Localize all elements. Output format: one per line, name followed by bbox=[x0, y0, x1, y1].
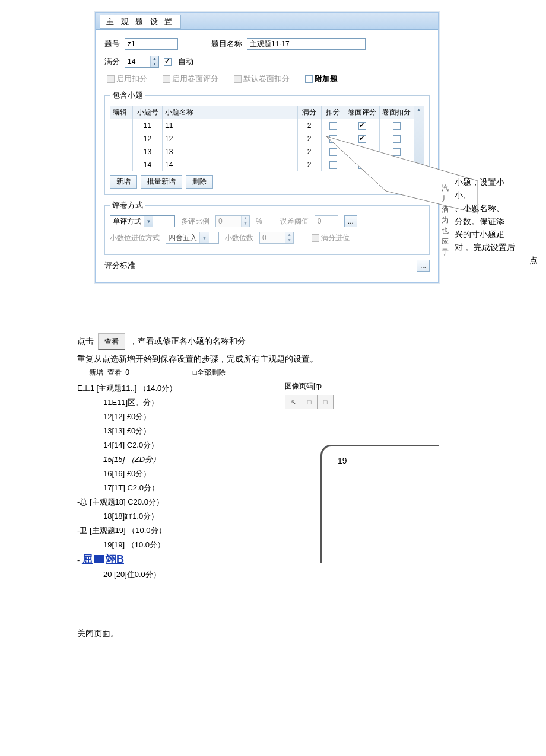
image-preview-pane: 图像页码[rp ↖ □ □ 19 bbox=[285, 381, 451, 563]
full-carry-checkbox bbox=[312, 234, 319, 242]
instruction-repeat: 重复从点选新增开始到保存设置的步骤，完成所有主观题的设置。 bbox=[77, 352, 475, 365]
delete-button[interactable]: 删除 bbox=[186, 175, 213, 189]
sub-questions-group: 包含小题 编辑 小题号 小题名称 满分 扣分 卷面评分 bbox=[104, 90, 430, 195]
subjective-dialog: 主 观 题 设 置 题号 题目名称 满分 ▲▼ bbox=[95, 12, 439, 283]
answer-region-box: 19 bbox=[320, 445, 439, 563]
mini-toolbar: 新增 查看 0 □全部删除 bbox=[89, 368, 475, 378]
preview-toolbar: ↖ □ □ bbox=[285, 395, 334, 409]
spin-up-icon[interactable]: ▲ bbox=[151, 56, 158, 62]
col-name: 小题名称 bbox=[163, 106, 298, 119]
row-checkbox[interactable] bbox=[358, 148, 366, 156]
col-edit: 编辑 bbox=[110, 106, 133, 119]
enable-paperscore-checkbox bbox=[163, 75, 170, 83]
fullscore-label: 满分 bbox=[104, 56, 120, 67]
col-paperscore: 卷面评分 bbox=[345, 106, 379, 119]
row-checkbox[interactable] bbox=[393, 135, 401, 143]
ratio-spinner: ▲▼ bbox=[215, 215, 250, 227]
row-checkbox[interactable] bbox=[358, 122, 366, 130]
score-std-label: 评分标准 bbox=[104, 260, 135, 271]
eval-mode-value: 单评方式 bbox=[113, 216, 141, 227]
row-checkbox[interactable] bbox=[358, 135, 366, 143]
dec-label: 小数位数 bbox=[225, 233, 253, 243]
row-checkbox[interactable] bbox=[329, 148, 337, 156]
score-std-button[interactable]: … bbox=[417, 260, 430, 272]
thresh-input bbox=[315, 215, 338, 227]
full-carry-label: 满分进位 bbox=[321, 234, 350, 242]
table-row[interactable]: 12122 bbox=[110, 132, 414, 145]
name-label: 题目名称 bbox=[211, 39, 242, 49]
row-checkbox[interactable] bbox=[358, 161, 366, 169]
id-label: 题号 bbox=[104, 39, 120, 49]
row-checkbox[interactable] bbox=[393, 161, 401, 169]
scroll-down-icon[interactable]: ▼ bbox=[416, 164, 421, 171]
col-full: 满分 bbox=[297, 106, 321, 119]
row-checkbox[interactable] bbox=[329, 135, 337, 143]
eval-mode-group: 评卷方式 单评方式 ▼ 多评比例 ▲▼ % 误差阈值 bbox=[104, 200, 430, 255]
ratio-input bbox=[216, 216, 241, 227]
round-label: 小数位进位方式 bbox=[110, 233, 160, 243]
ratio-label: 多评比例 bbox=[181, 216, 209, 227]
stray-chars: 汽丿酒 为也应 亍 bbox=[442, 183, 449, 257]
dialog-title: 主 观 题 设 置 bbox=[100, 15, 181, 29]
default-paperdeduct-label: 默认卷面扣分 bbox=[243, 74, 290, 83]
dec-input bbox=[260, 232, 285, 243]
table-scrollbar[interactable]: ▲ ▼ bbox=[414, 106, 424, 171]
default-paperdeduct-checkbox bbox=[234, 75, 242, 83]
row-checkbox[interactable] bbox=[329, 122, 337, 130]
auto-label: 自动 bbox=[178, 56, 193, 67]
enable-paperscore-label: 启用卷面评分 bbox=[172, 74, 218, 83]
instruction-click-view: 点击 查看 ，查看或修正各小题的名称和分 bbox=[77, 333, 475, 350]
page-code-label: 图像页码[rp bbox=[285, 381, 451, 391]
chevron-down-icon: ▼ bbox=[199, 232, 209, 243]
eval-mode-select[interactable]: 单评方式 ▼ bbox=[110, 215, 175, 227]
enable-deduct-checkbox bbox=[107, 75, 115, 83]
region-label-19: 19 bbox=[338, 456, 347, 465]
callout-text: 小题，设置小 小、 、小题名称、 分数。保证添 兴的寸小题疋 对 。完成设置后 … bbox=[455, 176, 538, 267]
id-input[interactable] bbox=[125, 38, 178, 50]
eval-mode-legend: 评卷方式 bbox=[110, 200, 145, 210]
row-checkbox[interactable] bbox=[393, 148, 401, 156]
col-deduct: 扣分 bbox=[321, 106, 345, 119]
table-row[interactable]: 13132 bbox=[110, 145, 414, 158]
sub-questions-legend: 包含小题 bbox=[110, 90, 145, 101]
thresh-more-button[interactable]: … bbox=[344, 215, 357, 227]
thresh-label: 误差阈值 bbox=[280, 216, 309, 227]
col-num: 小题号 bbox=[133, 106, 163, 119]
name-input[interactable] bbox=[247, 38, 366, 50]
close-instruction: 关闭页面。 bbox=[77, 627, 475, 640]
view-button[interactable]: 查看 bbox=[98, 333, 125, 350]
auto-checkbox[interactable] bbox=[164, 58, 172, 66]
chevron-down-icon: ▼ bbox=[144, 216, 153, 227]
fullscore-spinner[interactable]: ▲▼ bbox=[125, 56, 159, 68]
spin-down-icon[interactable]: ▼ bbox=[151, 62, 158, 67]
add-button[interactable]: 新增 bbox=[110, 175, 137, 189]
sub-questions-table: 编辑 小题号 小题名称 满分 扣分 卷面评分 卷面扣分 111121212213… bbox=[110, 106, 414, 171]
round-select: 四舍五入 ▼ bbox=[166, 232, 219, 244]
attach-label: 附加题 bbox=[315, 74, 338, 83]
dialog-titlebar: 主 观 题 设 置 bbox=[96, 13, 438, 30]
row-checkbox[interactable] bbox=[329, 161, 337, 169]
table-row[interactable]: 11112 bbox=[110, 119, 414, 132]
attach-checkbox[interactable] bbox=[305, 75, 313, 83]
blue-square-icon bbox=[94, 555, 104, 563]
enable-deduct-label: 启用扣分 bbox=[116, 74, 147, 83]
tree-item[interactable]: 20 [20]住0.0分） bbox=[103, 567, 475, 582]
tool-slot-2[interactable]: □ bbox=[301, 395, 318, 409]
round-value: 四舍五入 bbox=[169, 233, 197, 243]
dec-spinner: ▲▼ bbox=[259, 232, 294, 244]
row-checkbox[interactable] bbox=[393, 122, 401, 130]
batch-add-button[interactable]: 批量新增 bbox=[141, 175, 182, 189]
scroll-up-icon[interactable]: ▲ bbox=[416, 106, 421, 113]
table-row[interactable]: 14142 bbox=[110, 158, 414, 171]
fullscore-input[interactable] bbox=[125, 56, 150, 67]
col-paperdeduct: 卷面扣分 bbox=[379, 106, 414, 119]
pct-label: % bbox=[256, 217, 262, 225]
tool-slot-3[interactable]: □ bbox=[318, 395, 333, 409]
cursor-icon[interactable]: ↖ bbox=[285, 395, 301, 409]
